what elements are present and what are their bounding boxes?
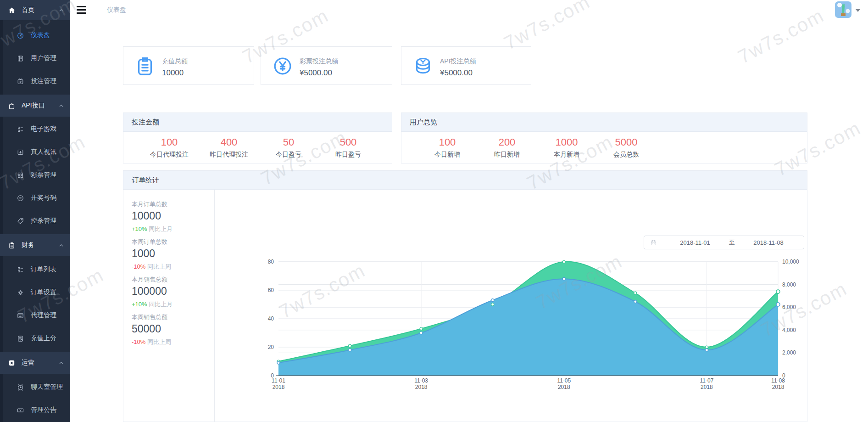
sidebar-item-label: 彩票管理 xyxy=(31,171,56,179)
circle-list-icon xyxy=(17,194,24,202)
x-axis-tick-year: 2018 xyxy=(415,384,428,390)
sidebar-item-agent-management[interactable]: 代理管理 xyxy=(0,304,70,327)
panel-order-stats: 订单统计 本月订单总数 10000 +10% 同比上月 本周订单总数 1000 … xyxy=(123,170,807,422)
stat-card-lottery-bet-total: 彩票投注总额 ¥5000.00 xyxy=(261,46,392,85)
document-icon xyxy=(17,335,24,343)
stat-card-recharge-total: 充值总额 10000 xyxy=(123,46,254,85)
x-axis-tick: 11-07 xyxy=(700,377,714,384)
date-range-end[interactable]: 2018-11-08 xyxy=(743,239,794,246)
coins-icon xyxy=(412,56,434,77)
summary-compare: 同比上周 xyxy=(147,338,171,345)
x-axis-tick-year: 2018 xyxy=(701,384,713,390)
date-range-start[interactable]: 2018-11-01 xyxy=(670,239,720,246)
chevron-up-icon xyxy=(59,360,64,366)
left-axis-tick: 40 xyxy=(268,315,274,322)
sidebar-item-label: 管理公告 xyxy=(31,406,56,414)
bookmark-icon xyxy=(8,359,16,367)
sidebar-section-api[interactable]: API接口 xyxy=(0,95,70,117)
stat-label: 今日盈亏 xyxy=(259,151,318,159)
summary-change: -10% xyxy=(132,263,145,270)
stat-value: 500 xyxy=(318,136,378,148)
sidebar-item-lottery-management[interactable]: 彩票管理 xyxy=(0,163,70,186)
plus-square-icon xyxy=(17,148,24,156)
stat-label: 本月新增 xyxy=(537,151,596,159)
box-arrow-icon xyxy=(17,312,24,320)
stat-card-value: ¥5000.00 xyxy=(440,68,473,78)
sidebar-item-label: 控杀管理 xyxy=(31,217,56,225)
data-point xyxy=(349,349,351,351)
date-range-picker[interactable]: 2018-11-01 至 2018-11-08 xyxy=(644,236,804,249)
sidebar-item-order-settings[interactable]: 订单设置 xyxy=(0,281,70,304)
chevron-up-icon xyxy=(59,103,64,108)
video-icon xyxy=(17,78,24,85)
stat-label: 今日代理投注 xyxy=(139,151,199,159)
avatar[interactable] xyxy=(835,1,851,18)
stat-total-members: 5000 会员总数 xyxy=(596,136,656,159)
right-axis-tick: 2,000 xyxy=(782,349,796,356)
left-axis-tick: 20 xyxy=(268,344,274,350)
sidebar-item-dashboard[interactable]: 仪表盘 xyxy=(0,24,70,47)
grid-icon xyxy=(17,171,24,179)
sidebar-section-operations[interactable]: 运营 xyxy=(0,352,70,374)
data-point xyxy=(634,300,637,303)
stat-value: 5000 xyxy=(596,136,656,148)
summary-value: 1000 xyxy=(132,247,214,260)
stat-today-new-users: 100 今日新增 xyxy=(417,136,477,159)
sidebar-item-label: 代理管理 xyxy=(31,311,56,320)
clipboard-icon xyxy=(8,242,16,249)
gear-icon xyxy=(17,289,24,297)
panel-user-overview: 用户总览 100 今日新增 200 昨日新增 1000 本月新增 5000 会员… xyxy=(401,113,807,163)
hamburger-menu-icon[interactable] xyxy=(77,6,86,14)
sidebar-item-draw-numbers[interactable]: 开奖号码 xyxy=(0,186,70,209)
stat-card-label: API投注总额 xyxy=(440,57,476,66)
x-axis-tick: 11-03 xyxy=(414,377,428,384)
dashboard-screen: 首页 仪表盘 用户管理 投注管理 API接口 电子游戏 真人视讯 xyxy=(0,0,868,422)
summary-label: 本月销售总额 xyxy=(132,276,214,283)
summary-change: +10% xyxy=(132,301,147,308)
sidebar-section-home[interactable]: 首页 xyxy=(0,0,70,20)
stat-card-label: 充值总额 xyxy=(162,57,188,66)
sidebar-item-label: 充值上分 xyxy=(31,334,56,343)
chevron-up-icon xyxy=(59,8,64,13)
panel-title: 订单统计 xyxy=(123,171,807,190)
calendar-icon xyxy=(650,239,657,246)
sidebar-item-chatroom-management[interactable]: 聊天室管理 xyxy=(0,376,70,399)
sidebar-item-order-list[interactable]: 订单列表 xyxy=(0,258,70,281)
sidebar-section-finance[interactable]: 财务 xyxy=(0,234,70,256)
sidebar-item-label: 开奖号码 xyxy=(31,194,56,202)
sidebar-item-bet-management[interactable]: 投注管理 xyxy=(0,70,70,93)
avatar-dropdown-caret-icon[interactable] xyxy=(856,9,860,12)
sidebar-item-electronic-games[interactable]: 电子游戏 xyxy=(0,118,70,141)
sidebar-item-live-video[interactable]: 真人视讯 xyxy=(0,141,70,163)
stat-card-value: ¥5000.00 xyxy=(300,68,332,78)
data-point xyxy=(634,292,637,294)
summary-label: 本月订单总数 xyxy=(132,201,214,208)
stat-yesterday-agent-bets: 400 昨日代理投注 xyxy=(199,136,259,159)
notebook-icon xyxy=(17,55,24,62)
sidebar-item-label: 订单列表 xyxy=(31,265,56,274)
sidebar-item-kill-control[interactable]: 控杀管理 xyxy=(0,209,70,232)
sidebar-item-label: 订单设置 xyxy=(31,288,56,297)
x-axis-tick: 11-01 xyxy=(272,377,285,384)
data-point xyxy=(420,327,423,330)
sidebar-item-announcements[interactable]: 管理公告 xyxy=(0,399,70,422)
dashboard-icon xyxy=(17,32,24,39)
summary-label: 本周订单总数 xyxy=(132,238,214,246)
sidebar-item-user-management[interactable]: 用户管理 xyxy=(0,47,70,70)
stat-value: 400 xyxy=(199,136,259,148)
left-axis-tick: 80 xyxy=(268,259,274,265)
x-axis-tick-year: 2018 xyxy=(558,384,570,390)
order-stats-area-chart[interactable]: 02040608002,0004,0006,0008,00010,00011-0… xyxy=(221,255,808,398)
stat-today-profit-loss: 50 今日盈亏 xyxy=(259,136,318,159)
series-area-sales-amount xyxy=(278,279,778,376)
order-summary-column: 本月订单总数 10000 +10% 同比上月 本周订单总数 1000 -10% … xyxy=(123,190,215,422)
sidebar-section-label: 运营 xyxy=(22,359,34,367)
summary-value: 100000 xyxy=(132,284,214,298)
stat-card-api-bet-total: API投注总额 ¥5000.00 xyxy=(401,46,531,85)
yen-circle-icon xyxy=(272,56,293,77)
summary-week-sales: 本周销售总额 50000 -10% 同比上周 xyxy=(132,314,214,346)
summary-month-sales: 本月销售总额 100000 +10% 同比上月 xyxy=(132,276,214,308)
summary-label: 本周销售总额 xyxy=(132,314,214,321)
sidebar-item-recharge-points[interactable]: 充值上分 xyxy=(0,327,70,350)
stat-label: 昨日新增 xyxy=(477,151,537,159)
